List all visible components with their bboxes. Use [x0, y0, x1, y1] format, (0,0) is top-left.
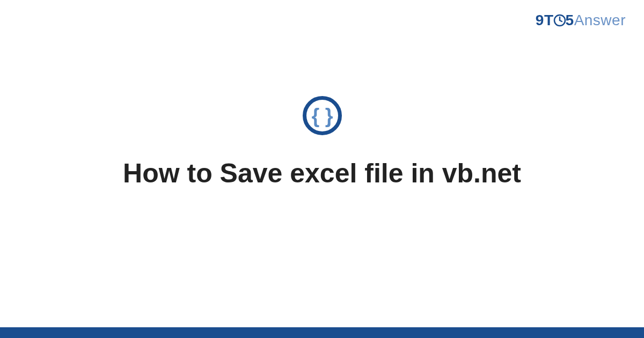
- main-content: { } How to Save excel file in vb.net: [0, 0, 644, 327]
- page-title: How to Save excel file in vb.net: [101, 157, 543, 189]
- footer-accent-bar: [0, 327, 644, 338]
- code-braces-icon: { }: [302, 95, 342, 136]
- svg-text:{ }: { }: [311, 105, 333, 127]
